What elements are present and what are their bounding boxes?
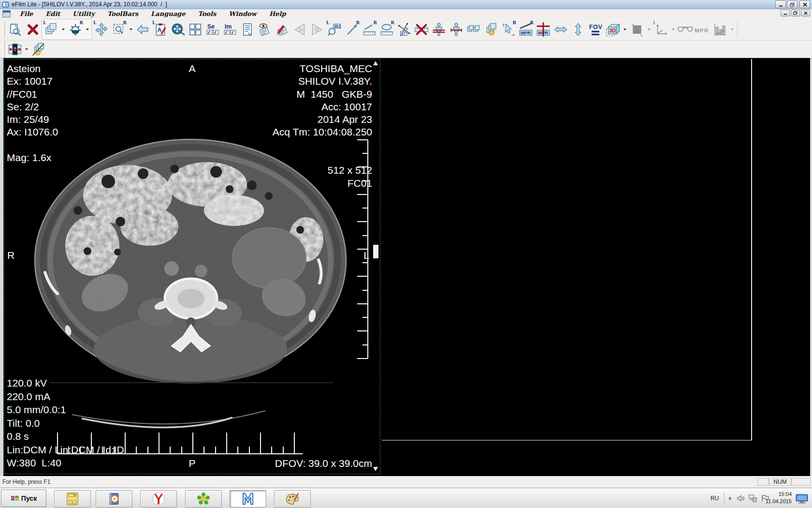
toolbar-gripper[interactable] [2,21,5,38]
clip-box-button[interactable] [628,21,645,38]
window-level-dropdown[interactable] [84,21,90,38]
arrow-annotation-button[interactable]: R [343,21,360,38]
svg-text:St: St [314,27,319,32]
layout-grid-button[interactable] [187,21,203,38]
stack-drag-button[interactable] [30,42,46,57]
pan-button[interactable]: L [93,21,110,38]
series-stack-button[interactable]: L [43,21,59,38]
open-study-button[interactable] [7,21,24,38]
taskbar-paint-button[interactable] [274,490,311,508]
close-study-icon [26,23,40,36]
numlock-indicator: NUM [769,478,791,486]
tray-expand-icon[interactable]: » [726,496,733,500]
menu-toolbars[interactable]: ToolBars [101,9,145,18]
mdi-minimize-button[interactable] [781,10,790,16]
flip-horizontal-icon [553,22,568,37]
fit-to-window-dropdown[interactable] [23,41,29,58]
network-icon[interactable] [748,494,757,503]
measure-angle-button[interactable]: θ 57° [395,21,412,38]
menu-language[interactable]: Language [145,9,191,18]
app-icon [2,1,9,8]
flip-horizontal-button[interactable] [552,21,569,38]
measure-ellipse-button[interactable]: R [378,21,395,38]
show-desktop-icon[interactable] [796,494,808,504]
svg-text:MPR: MPR [521,30,531,35]
histogram-button[interactable] [711,21,728,38]
stereo-button[interactable] [677,21,694,38]
menu-tools[interactable]: Tools [191,9,222,18]
previous-image-button[interactable] [134,21,151,38]
toolbar-gripper[interactable] [2,41,5,58]
language-indicator[interactable]: RU [710,495,719,502]
calibrate-measure-button[interactable] [448,21,464,38]
pages-hand-icon [484,22,498,37]
mdi-document-icon[interactable] [2,10,11,17]
cine-button[interactable] [169,21,186,38]
series-window-level-button[interactable]: Se [204,21,221,38]
menu-file[interactable]: File [14,9,39,18]
window-level-button[interactable]: R [67,21,84,38]
mpr-cross-button[interactable]: MPR [535,21,551,38]
menu-window[interactable]: Window [222,9,263,18]
menu-utility[interactable]: Utility [66,9,101,18]
scroll-up-arrow-icon[interactable] [373,61,378,65]
start-button[interactable]: Пуск [1,490,46,507]
series-stack-dropdown[interactable] [60,21,66,38]
taskbar-yandex-button[interactable] [140,490,177,508]
volume-icon[interactable] [737,494,745,503]
taskbar-file-manager-button[interactable] [54,490,91,508]
taskbar-media-player-button[interactable] [96,490,132,508]
grid-layout-icon [188,22,203,37]
menu-help[interactable]: Help [263,9,292,18]
series-number: Se: 2/2 [7,101,58,113]
scrollbar-thumb[interactable] [373,245,378,258]
ct-image-viewport[interactable]: Asteion Ex: 10017 //FC01 Se: 2/2 Im: 25/… [4,59,380,474]
flip-vertical-button[interactable] [569,21,586,38]
histogram-dropdown[interactable] [729,21,735,38]
report-button[interactable] [239,21,256,38]
cursor-3d-button[interactable]: R [500,21,517,38]
restore-button[interactable] [787,0,798,8]
view-3d-dropdown[interactable] [622,21,628,38]
image-window-level-button[interactable]: Im [221,21,238,38]
menu-edit[interactable]: Edit [39,9,66,18]
mpr-line-button[interactable]: R MPR [517,21,534,38]
zoom-dropdown[interactable] [128,21,134,38]
next-study-button[interactable]: St [308,21,325,38]
minimize-button[interactable] [775,0,786,8]
empty-image-pane[interactable] [382,59,752,441]
edit-report-button[interactable] [274,21,290,38]
window-border-right [810,58,812,476]
orientation-left: L [363,249,369,262]
delete-measurements-button[interactable] [413,21,430,38]
calibrate-button[interactable] [430,21,447,38]
mdi-restore-button[interactable] [791,10,800,16]
taskbar-icq-button[interactable] [185,490,222,508]
axes-3d-button[interactable]: L [652,21,669,38]
previous-study-button[interactable]: St [291,21,308,38]
image-stack-scrollbar[interactable] [372,60,379,474]
view-report-button[interactable] [256,21,273,38]
fit-to-window-button[interactable] [7,42,23,57]
recon-filter: //FC01 [7,88,58,101]
scroll-down-arrow-icon[interactable] [373,467,378,471]
close-button[interactable] [799,0,810,8]
close-study-button[interactable] [24,21,41,38]
zoom-button[interactable]: R [110,21,127,38]
axes-3d-dropdown[interactable] [670,21,676,38]
taskbar-efilm-button[interactable] [230,490,266,508]
minimize-icon [783,11,787,15]
mdi-close-button[interactable] [801,10,810,16]
stack-scroll-button[interactable] [482,21,499,38]
glasses-icon [677,22,694,37]
clip-box-dropdown[interactable] [646,21,652,38]
mpr-view-button[interactable]: MPR [694,21,711,38]
measure-line-button[interactable]: R [361,21,377,38]
right-mouse-badge: R [123,20,127,25]
tray-clock[interactable]: 15:04 11.04.2015 [766,491,792,505]
annotation-button[interactable]: L A [152,21,169,38]
view-3d-button[interactable]: 3D [604,21,621,38]
probe-button[interactable]: L 35.2 [326,21,343,38]
fov-button[interactable]: FOV [587,21,604,38]
stack-pages-button[interactable] [465,21,482,38]
